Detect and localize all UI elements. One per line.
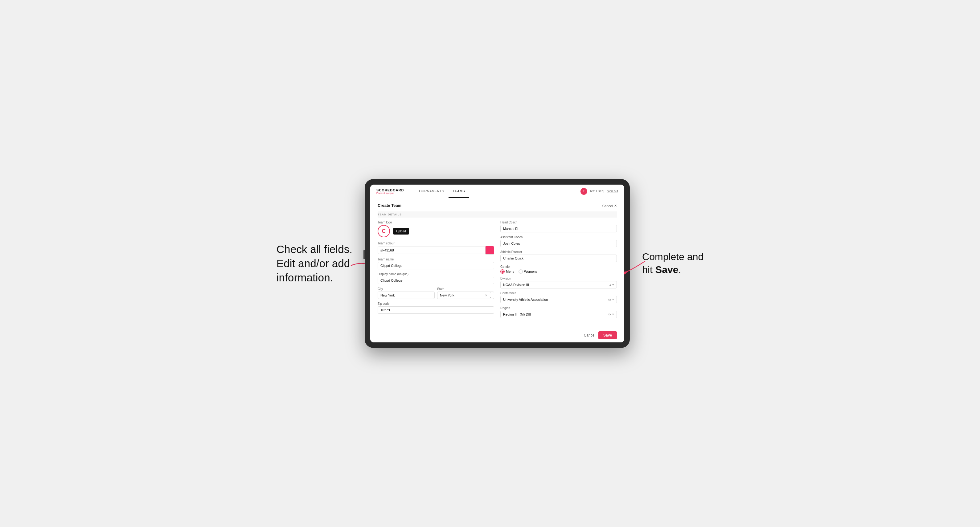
- form-container: Create Team Cancel ✕ TEAM DETAILS Team l…: [370, 198, 624, 328]
- division-select[interactable]: NCAA Division III NCAA Division I NCAA D…: [500, 281, 617, 289]
- display-name-input[interactable]: [378, 277, 494, 284]
- colour-swatch[interactable]: [485, 246, 494, 254]
- arrow-right-icon: [624, 258, 648, 276]
- city-input[interactable]: [378, 292, 435, 299]
- section-label: TEAM DETAILS: [378, 211, 617, 217]
- team-name-input[interactable]: [378, 262, 494, 269]
- city-state-row: City State New York California: [378, 287, 494, 299]
- avatar: T: [581, 188, 587, 195]
- region-select-wrap: Region II - (M) DIII Region I Region III…: [500, 311, 617, 318]
- conference-label: Conference: [500, 292, 617, 295]
- gender-womens-option[interactable]: Womens: [519, 269, 537, 274]
- city-state-field: City State New York California: [378, 287, 494, 299]
- state-clear-icon[interactable]: ✕: [485, 294, 487, 297]
- athletic-director-label: Athletic Director: [500, 250, 617, 254]
- region-clear-icon[interactable]: ✕: [608, 313, 610, 316]
- left-column: Team logo C Upload Team colour: [378, 221, 494, 318]
- assistant-coach-input[interactable]: [500, 240, 617, 247]
- team-name-label: Team name: [378, 258, 494, 261]
- annotation-line2: Edit and/or add: [277, 257, 350, 269]
- state-select-wrap: New York California Texas ✕ ⌃⌄: [437, 292, 494, 299]
- nav-right: T Test User | Sign out: [581, 188, 618, 195]
- team-colour-label: Team colour: [378, 241, 494, 245]
- footer-save-button[interactable]: Save: [598, 331, 617, 339]
- logo-circle: C: [378, 225, 390, 237]
- tablet-screen: SCOREBOARD Powered by clippd TOURNAMENTS…: [370, 185, 624, 342]
- conference-select[interactable]: University Athletic Association Atlantic…: [500, 296, 617, 303]
- nav-bar: SCOREBOARD Powered by clippd TOURNAMENTS…: [370, 185, 624, 198]
- nav-logo: SCOREBOARD Powered by clippd: [376, 188, 404, 194]
- user-label: Test User |: [590, 189, 605, 193]
- tablet-side-button: [363, 250, 365, 259]
- mens-radio[interactable]: [500, 269, 504, 274]
- tab-tournaments[interactable]: TOURNAMENTS: [413, 185, 449, 198]
- gender-label: Gender: [500, 265, 617, 268]
- logo-sub: Powered by clippd: [376, 192, 404, 194]
- division-select-wrap: NCAA Division III NCAA Division I NCAA D…: [500, 281, 617, 289]
- header-cancel-button[interactable]: Cancel ✕: [602, 204, 617, 208]
- annotation-right-line1: Complete and: [642, 251, 703, 262]
- region-select[interactable]: Region II - (M) DIII Region I Region III: [500, 311, 617, 318]
- city-field: City: [378, 287, 435, 299]
- tab-teams[interactable]: TEAMS: [449, 185, 469, 198]
- annotation-right: Complete and hit Save.: [642, 251, 703, 276]
- annotation-line1: Check all fields.: [277, 243, 352, 255]
- division-field: Division NCAA Division III NCAA Division…: [500, 277, 617, 289]
- colour-row: [378, 246, 494, 254]
- form-footer: Cancel Save: [370, 328, 624, 342]
- team-logo-field: Team logo C Upload: [378, 221, 494, 238]
- team-name-field: Team name: [378, 258, 494, 269]
- gender-mens-option[interactable]: Mens: [500, 269, 514, 274]
- nav-tabs: TOURNAMENTS TEAMS: [413, 185, 469, 198]
- gender-field: Gender Mens Womens: [500, 265, 617, 274]
- conference-field: Conference University Athletic Associati…: [500, 292, 617, 303]
- division-label: Division: [500, 277, 617, 280]
- zip-field: Zip code: [378, 302, 494, 314]
- team-logo-label: Team logo: [378, 221, 494, 224]
- footer-cancel-button[interactable]: Cancel: [584, 333, 595, 338]
- region-label: Region: [500, 306, 617, 310]
- athletic-director-input[interactable]: [500, 254, 617, 262]
- display-name-label: Display name (unique): [378, 273, 494, 276]
- womens-radio[interactable]: [519, 269, 523, 274]
- conference-select-wrap: University Athletic Association Atlantic…: [500, 296, 617, 303]
- zip-input[interactable]: [378, 306, 494, 314]
- form-grid: Team logo C Upload Team colour: [378, 221, 617, 323]
- tablet-device: SCOREBOARD Powered by clippd TOURNAMENTS…: [365, 179, 630, 348]
- annotation-line3: information.: [277, 271, 333, 284]
- form-title: Create Team: [378, 203, 401, 208]
- assistant-coach-field: Assistant Coach: [500, 235, 617, 247]
- head-coach-input[interactable]: [500, 225, 617, 232]
- logo-upload-area: C Upload: [378, 225, 494, 237]
- colour-input[interactable]: [378, 246, 485, 254]
- state-field: State New York California Texas ✕: [437, 287, 494, 299]
- gender-row: Mens Womens: [500, 269, 617, 274]
- head-coach-field: Head Coach: [500, 221, 617, 232]
- logo-title: SCOREBOARD: [376, 188, 404, 192]
- upload-button[interactable]: Upload: [393, 228, 409, 235]
- zip-label: Zip code: [378, 302, 494, 305]
- form-header: Create Team Cancel ✕: [378, 203, 617, 208]
- state-label: State: [437, 287, 494, 290]
- team-colour-field: Team colour: [378, 241, 494, 254]
- conference-clear-icon[interactable]: ✕: [608, 298, 610, 302]
- city-label: City: [378, 287, 435, 290]
- signout-link[interactable]: Sign out: [607, 189, 618, 193]
- region-field: Region Region II - (M) DIII Region I Reg…: [500, 306, 617, 318]
- assistant-coach-label: Assistant Coach: [500, 235, 617, 239]
- athletic-director-field: Athletic Director: [500, 250, 617, 262]
- display-name-field: Display name (unique): [378, 273, 494, 284]
- head-coach-label: Head Coach: [500, 221, 617, 224]
- right-column: Head Coach Assistant Coach Athletic Dire…: [500, 221, 617, 318]
- annotation-left: Check all fields. Edit and/or add inform…: [277, 242, 352, 284]
